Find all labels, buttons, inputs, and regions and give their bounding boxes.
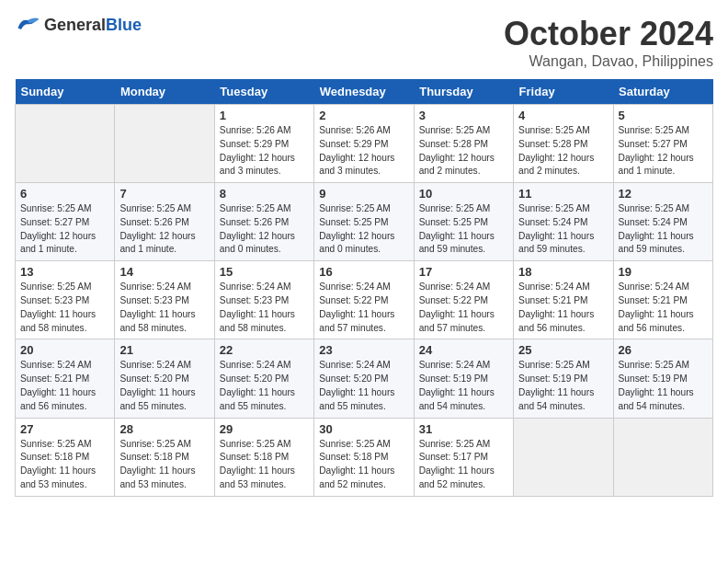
day-info: Sunrise: 5:25 AMSunset: 5:24 PMDaylight:… <box>619 202 708 257</box>
week-row-2: 6 Sunrise: 5:25 AMSunset: 5:27 PMDayligh… <box>16 183 713 261</box>
calendar-table: SundayMondayTuesdayWednesdayThursdayFrid… <box>15 79 713 497</box>
day-number: 31 <box>419 422 508 436</box>
day-number: 25 <box>518 343 608 357</box>
day-number: 21 <box>119 343 209 357</box>
day-number: 10 <box>419 187 508 201</box>
day-number: 15 <box>220 265 309 279</box>
day-info: Sunrise: 5:26 AMSunset: 5:29 PMDaylight:… <box>319 124 408 178</box>
day-number: 29 <box>220 422 309 436</box>
calendar-cell: 3 Sunrise: 5:25 AMSunset: 5:28 PMDayligh… <box>414 105 513 183</box>
day-info: Sunrise: 5:24 AMSunset: 5:19 PMDaylight:… <box>419 359 508 413</box>
header-day-sunday: Sunday <box>16 79 115 105</box>
calendar-cell: 8 Sunrise: 5:25 AMSunset: 5:26 PMDayligh… <box>214 183 313 261</box>
day-info: Sunrise: 5:24 AMSunset: 5:21 PMDaylight:… <box>518 281 608 335</box>
day-number: 17 <box>419 265 508 279</box>
day-info: Sunrise: 5:25 AMSunset: 5:25 PMDaylight:… <box>419 202 508 257</box>
day-number: 23 <box>319 343 408 357</box>
calendar-cell <box>514 418 613 496</box>
header: GeneralBlue October 2024 Wangan, Davao, … <box>15 15 713 70</box>
calendar-cell: 24 Sunrise: 5:24 AMSunset: 5:19 PMDaylig… <box>414 339 513 418</box>
day-info: Sunrise: 5:24 AMSunset: 5:23 PMDaylight:… <box>220 281 309 335</box>
day-info: Sunrise: 5:24 AMSunset: 5:21 PMDaylight:… <box>20 359 109 413</box>
calendar-cell: 14 Sunrise: 5:24 AMSunset: 5:23 PMDaylig… <box>115 261 214 339</box>
day-info: Sunrise: 5:25 AMSunset: 5:27 PMDaylight:… <box>619 124 708 178</box>
day-info: Sunrise: 5:25 AMSunset: 5:28 PMDaylight:… <box>419 124 508 178</box>
calendar-cell: 27 Sunrise: 5:25 AMSunset: 5:18 PMDaylig… <box>16 418 115 496</box>
day-number: 13 <box>20 265 109 279</box>
logo-general: General <box>44 16 106 34</box>
day-info: Sunrise: 5:24 AMSunset: 5:20 PMDaylight:… <box>119 359 209 413</box>
day-number: 7 <box>119 187 209 201</box>
day-info: Sunrise: 5:25 AMSunset: 5:18 PMDaylight:… <box>319 438 408 492</box>
day-info: Sunrise: 5:25 AMSunset: 5:18 PMDaylight:… <box>220 438 309 492</box>
logo-blue: Blue <box>106 16 142 34</box>
day-number: 1 <box>220 109 309 122</box>
calendar-cell: 5 Sunrise: 5:25 AMSunset: 5:27 PMDayligh… <box>613 105 712 183</box>
calendar-cell: 11 Sunrise: 5:25 AMSunset: 5:24 PMDaylig… <box>514 183 613 261</box>
day-number: 19 <box>619 265 708 279</box>
day-info: Sunrise: 5:25 AMSunset: 5:18 PMDaylight:… <box>20 438 109 492</box>
calendar-cell: 29 Sunrise: 5:25 AMSunset: 5:18 PMDaylig… <box>214 418 313 496</box>
week-row-4: 20 Sunrise: 5:24 AMSunset: 5:21 PMDaylig… <box>16 339 713 418</box>
day-number: 27 <box>20 422 109 436</box>
day-info: Sunrise: 5:25 AMSunset: 5:26 PMDaylight:… <box>220 202 309 257</box>
calendar-cell: 9 Sunrise: 5:25 AMSunset: 5:25 PMDayligh… <box>314 183 414 261</box>
day-info: Sunrise: 5:24 AMSunset: 5:23 PMDaylight:… <box>119 281 209 335</box>
calendar-cell: 17 Sunrise: 5:24 AMSunset: 5:22 PMDaylig… <box>414 261 513 339</box>
day-number: 14 <box>119 265 209 279</box>
day-info: Sunrise: 5:25 AMSunset: 5:18 PMDaylight:… <box>119 438 209 492</box>
calendar-cell: 10 Sunrise: 5:25 AMSunset: 5:25 PMDaylig… <box>414 183 513 261</box>
header-day-thursday: Thursday <box>414 79 513 105</box>
day-number: 8 <box>220 187 309 201</box>
calendar-cell: 28 Sunrise: 5:25 AMSunset: 5:18 PMDaylig… <box>115 418 214 496</box>
header-day-wednesday: Wednesday <box>314 79 414 105</box>
logo: GeneralBlue <box>15 15 142 35</box>
logo-text: GeneralBlue <box>44 16 142 35</box>
header-day-friday: Friday <box>514 79 613 105</box>
day-info: Sunrise: 5:24 AMSunset: 5:22 PMDaylight:… <box>319 281 408 335</box>
day-number: 11 <box>518 187 608 201</box>
day-info: Sunrise: 5:25 AMSunset: 5:25 PMDaylight:… <box>319 202 408 257</box>
logo-bird-icon <box>15 15 40 35</box>
day-info: Sunrise: 5:25 AMSunset: 5:19 PMDaylight:… <box>518 359 608 413</box>
month-title: October 2024 <box>504 15 713 53</box>
week-row-3: 13 Sunrise: 5:25 AMSunset: 5:23 PMDaylig… <box>16 261 713 339</box>
day-number: 12 <box>619 187 708 201</box>
calendar-cell: 12 Sunrise: 5:25 AMSunset: 5:24 PMDaylig… <box>613 183 712 261</box>
day-number: 28 <box>119 422 209 436</box>
calendar-cell: 7 Sunrise: 5:25 AMSunset: 5:26 PMDayligh… <box>115 183 214 261</box>
calendar-cell: 30 Sunrise: 5:25 AMSunset: 5:18 PMDaylig… <box>314 418 414 496</box>
week-row-1: 1 Sunrise: 5:26 AMSunset: 5:29 PMDayligh… <box>16 105 713 183</box>
day-info: Sunrise: 5:24 AMSunset: 5:20 PMDaylight:… <box>319 359 408 413</box>
calendar-cell <box>115 105 214 183</box>
title-area: October 2024 Wangan, Davao, Philippines <box>504 15 713 70</box>
calendar-cell <box>613 418 712 496</box>
day-info: Sunrise: 5:24 AMSunset: 5:21 PMDaylight:… <box>619 281 708 335</box>
day-info: Sunrise: 5:25 AMSunset: 5:24 PMDaylight:… <box>518 202 608 257</box>
calendar-header: SundayMondayTuesdayWednesdayThursdayFrid… <box>16 79 713 105</box>
calendar-cell: 19 Sunrise: 5:24 AMSunset: 5:21 PMDaylig… <box>613 261 712 339</box>
calendar-cell: 18 Sunrise: 5:24 AMSunset: 5:21 PMDaylig… <box>514 261 613 339</box>
header-day-monday: Monday <box>115 79 214 105</box>
day-number: 5 <box>619 109 708 122</box>
calendar-cell: 13 Sunrise: 5:25 AMSunset: 5:23 PMDaylig… <box>16 261 115 339</box>
calendar-cell: 31 Sunrise: 5:25 AMSunset: 5:17 PMDaylig… <box>414 418 513 496</box>
day-info: Sunrise: 5:26 AMSunset: 5:29 PMDaylight:… <box>220 124 309 178</box>
day-number: 6 <box>20 187 109 201</box>
calendar-cell <box>16 105 115 183</box>
calendar-cell: 20 Sunrise: 5:24 AMSunset: 5:21 PMDaylig… <box>16 339 115 418</box>
day-info: Sunrise: 5:24 AMSunset: 5:22 PMDaylight:… <box>419 281 508 335</box>
calendar-cell: 23 Sunrise: 5:24 AMSunset: 5:20 PMDaylig… <box>314 339 414 418</box>
day-number: 22 <box>220 343 309 357</box>
day-number: 2 <box>319 109 408 122</box>
location-subtitle: Wangan, Davao, Philippines <box>504 53 713 70</box>
calendar-cell: 15 Sunrise: 5:24 AMSunset: 5:23 PMDaylig… <box>214 261 313 339</box>
calendar-cell: 26 Sunrise: 5:25 AMSunset: 5:19 PMDaylig… <box>613 339 712 418</box>
day-info: Sunrise: 5:25 AMSunset: 5:19 PMDaylight:… <box>619 359 708 413</box>
day-number: 4 <box>518 109 608 122</box>
day-number: 18 <box>518 265 608 279</box>
calendar-cell: 1 Sunrise: 5:26 AMSunset: 5:29 PMDayligh… <box>214 105 313 183</box>
day-info: Sunrise: 5:25 AMSunset: 5:17 PMDaylight:… <box>419 438 508 492</box>
header-day-saturday: Saturday <box>613 79 712 105</box>
day-number: 26 <box>619 343 708 357</box>
